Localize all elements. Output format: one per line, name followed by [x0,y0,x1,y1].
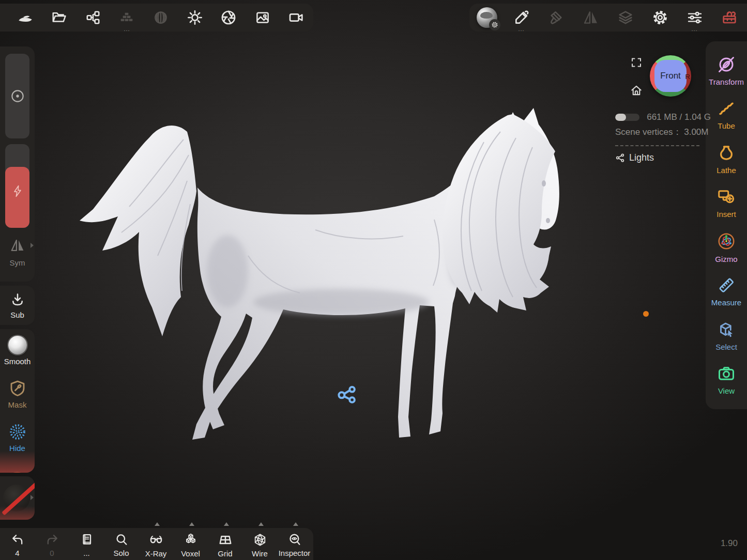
scene-graph-button[interactable] [76,4,110,32]
hide-dotted-sphere-icon [8,423,27,441]
nav-ball-front-face[interactable]: Front [654,60,687,92]
no-material-panel[interactable] [0,476,35,520]
symmetry-expand-arrow-icon[interactable] [31,243,34,248]
voxel-button[interactable]: Voxel [173,528,208,560]
mesh-sphere-button-disabled[interactable] [144,4,178,32]
hide-button[interactable]: Hide [0,416,35,459]
radius-circle-dot-icon [5,88,29,104]
bake-more-label: ... [110,26,144,32]
lights-label: Lights [629,152,654,163]
measure-label: Measure [711,298,741,307]
vertices-label: Scene vertices： [615,127,682,137]
gizmo-label: Gizmo [715,255,737,263]
memory-text: 661 MB / 1.04 G [647,112,711,122]
tool-select[interactable]: Select [706,314,747,358]
mirror-symmetry-button-disabled[interactable] [573,4,608,32]
caret-up-icon[interactable] [224,522,229,526]
smooth-button[interactable]: Smooth [0,329,35,372]
symmetry-button[interactable]: Sym [0,234,35,275]
home-view-button[interactable] [630,84,643,97]
transform-icon [717,55,736,74]
tube-label: Tube [718,121,735,130]
lights-row[interactable]: Lights [615,152,711,163]
gizmo-peek-icon[interactable] [5,461,29,473]
xray-button[interactable]: X-Ray [139,528,173,560]
inspector-button[interactable]: Inspector [277,528,312,560]
material-button[interactable] [469,4,504,32]
bake-button-disabled[interactable]: ... [110,4,144,32]
redo-count: 0 [50,549,54,557]
scene-stats: 661 MB / 1.04 G Scene vertices： 3.00M Li… [615,113,711,163]
view-camera-icon [717,364,736,383]
caret-up-icon[interactable] [258,522,264,526]
files-folder-button[interactable] [42,4,77,32]
brush-radius-slider[interactable] [5,54,29,138]
tool-insert[interactable]: Insert [706,181,747,226]
lighting-sun-button[interactable] [178,4,212,32]
render-aperture-button[interactable] [211,4,246,32]
video-camera-button[interactable] [280,4,314,32]
wire-button[interactable]: Wire [242,528,277,560]
inspector-label: Inspector [279,549,311,557]
insert-icon [717,188,736,206]
sub-arrow-icon [10,292,25,307]
inspector-eye-magnifier-icon [287,533,302,547]
horse-model[interactable] [72,101,563,447]
layers-button-disabled[interactable] [608,4,643,32]
zoom-level-indicator: 1.90 [721,538,738,549]
reference-point-dot [643,311,649,317]
lathe-icon [717,144,736,162]
nav-right-label: R [685,73,690,81]
material-sphere-icon [477,7,497,28]
caret-up-icon[interactable] [189,522,194,526]
light-position-handle[interactable] [336,383,358,406]
paint-button-disabled[interactable] [539,4,573,32]
brush-actions-panel: Smooth Mask Hide [0,329,35,473]
undo-count: 4 [15,549,19,557]
app-logo[interactable] [8,4,42,32]
undo-button[interactable]: 4 [0,528,35,560]
top-left-toolbar: ... [0,4,313,32]
mask-label: Mask [8,400,27,409]
redo-icon [45,533,59,547]
sliders-more-label: ... [677,26,712,32]
tube-icon [717,99,736,118]
tool-transform[interactable]: Transform [706,49,747,93]
tool-view[interactable]: View [706,358,747,402]
settings-gear-button[interactable] [643,4,677,32]
smooth-label: Smooth [4,357,31,366]
grid-button[interactable]: Grid [208,528,242,560]
brush-intensity-slider[interactable] [5,144,29,228]
mask-shield-icon [8,379,27,398]
history-more-label: ... [83,549,90,557]
redo-button-disabled[interactable]: 0 [35,528,69,560]
tool-lathe[interactable]: Lathe [706,137,747,181]
fullscreen-button[interactable] [630,56,643,69]
left-slider-panel: Sym [0,46,35,282]
mask-button[interactable]: Mask [0,372,35,416]
tool-tube[interactable]: Tube [706,93,747,137]
tool-gizmo[interactable]: Gizmo [706,225,747,270]
wire-label: Wire [252,549,268,558]
solo-button[interactable]: Solo [104,528,139,560]
sliders-button[interactable]: ... [677,4,712,32]
caret-up-icon[interactable] [155,522,160,526]
tool-measure[interactable]: Measure [706,270,747,314]
xray-glasses-icon [148,532,164,548]
viewport[interactable]: ... [0,0,747,560]
lights-nodes-icon [615,153,625,163]
sub-panel[interactable]: Sub [0,286,35,325]
navigation-ball[interactable]: Front R [650,55,691,97]
toolbox-button[interactable] [712,4,746,32]
caret-up-icon[interactable] [293,522,298,526]
right-sidebar: Transform Tube Lathe [706,41,747,409]
wireframe-icon [252,532,268,548]
grid-label: Grid [218,549,232,558]
background-image-button[interactable] [246,4,280,32]
top-right-toolbar: ... [469,4,747,32]
hide-label: Hide [9,444,25,453]
sculpt-pencil-button[interactable]: ... [504,4,539,32]
material-expand-arrow-icon[interactable] [31,495,34,500]
history-button[interactable]: ... [69,528,104,560]
history-notebook-icon [80,533,94,547]
